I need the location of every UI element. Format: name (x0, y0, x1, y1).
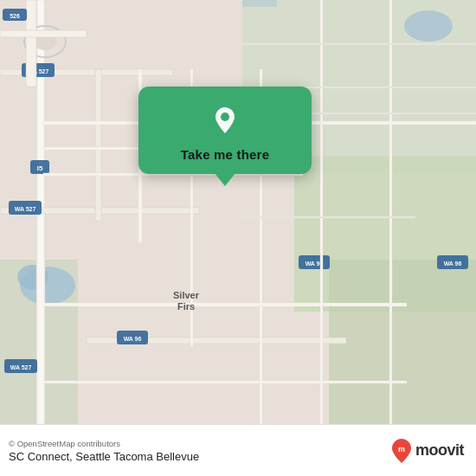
svg-text:WA 96: WA 96 (124, 336, 142, 342)
navigation-card[interactable]: Take me there (138, 87, 312, 174)
bottom-bar: © OpenStreetMap contributors SC Connect,… (0, 424, 476, 476)
svg-rect-39 (242, 43, 476, 45)
svg-text:WA 527: WA 527 (15, 206, 36, 212)
svg-rect-37 (320, 0, 323, 424)
svg-rect-48 (0, 30, 87, 37)
svg-rect-42 (242, 216, 415, 218)
location-pin-icon (206, 100, 244, 138)
moovit-brand-text: moovit (415, 441, 464, 460)
map-container: I5 WA 527 WA 527 WA 527 WA 96 WA 96 WA 9… (0, 0, 476, 424)
svg-text:m: m (398, 445, 405, 453)
svg-text:526: 526 (10, 13, 20, 19)
svg-rect-47 (26, 0, 36, 87)
svg-rect-19 (95, 69, 101, 221)
svg-text:Firs: Firs (177, 301, 195, 312)
app-title-text: SC Connect, Seattle Tacoma Bellevue (9, 450, 199, 463)
take-me-there-label[interactable]: Take me there (181, 147, 269, 162)
svg-rect-38 (389, 0, 392, 424)
svg-text:WA 527: WA 527 (10, 364, 32, 370)
svg-point-52 (221, 113, 229, 121)
svg-text:Silver: Silver (173, 290, 200, 300)
svg-text:WA 96: WA 96 (444, 261, 462, 267)
moovit-pin-icon: m (391, 439, 412, 463)
bottom-left-info: © OpenStreetMap contributors SC Connect,… (9, 439, 199, 463)
attribution-text: © OpenStreetMap contributors (9, 439, 199, 448)
svg-rect-3 (329, 260, 476, 424)
svg-text:I5: I5 (37, 164, 43, 172)
moovit-logo: m moovit (391, 439, 464, 463)
svg-rect-33 (43, 381, 407, 383)
svg-point-7 (404, 10, 453, 42)
svg-rect-32 (43, 303, 407, 306)
svg-rect-8 (242, 0, 277, 7)
